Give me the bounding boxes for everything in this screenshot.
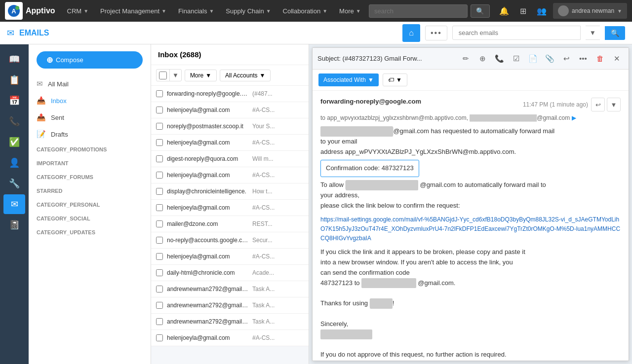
delete-icon[interactable]: 🗑 — [593, 52, 607, 66]
nav-all-mail[interactable]: ✉ All Mail — [29, 75, 151, 92]
icon-phone[interactable]: 📞 — [3, 111, 25, 131]
select-all-dropdown[interactable]: ▼ — [156, 69, 182, 81]
associated-with-button[interactable]: Associated With ▼ — [318, 73, 379, 86]
global-search-input[interactable] — [369, 4, 468, 18]
logo: A Apptivo — [5, 2, 55, 20]
email-checkbox[interactable] — [156, 302, 163, 309]
email-row[interactable]: andrewnewman2792@gmail.cor Task A... — [151, 297, 309, 314]
icon-person[interactable]: 👤 — [3, 153, 25, 173]
drafts-icon: 📝 — [37, 130, 46, 139]
notifications-icon[interactable]: 🔔 — [497, 3, 512, 18]
select-dropdown-arrow[interactable]: ▼ — [169, 70, 181, 81]
nav-supply-chain[interactable]: Supply Chain ▼ — [221, 4, 276, 18]
icon-list[interactable]: 📋 — [3, 70, 25, 90]
global-search-button[interactable]: 🔍 — [471, 4, 490, 18]
email-row[interactable]: display@chronicleintelligence. How t... — [151, 183, 309, 200]
email-row[interactable]: forwarding-noreply@google.com (#487... — [151, 86, 309, 102]
email-checkbox[interactable] — [156, 253, 163, 260]
email-search-input[interactable] — [452, 26, 581, 40]
category-starred[interactable]: STARRED — [29, 184, 151, 198]
search-dropdown-button[interactable]: ▼ — [586, 26, 600, 40]
email-detail-panel: Subject: (#487327123) Gmail Forw... ✏ ⊕ … — [312, 47, 629, 361]
email-checkbox[interactable] — [156, 172, 163, 179]
category-updates[interactable]: CATEGORY_UPDATES — [29, 225, 151, 239]
expand-recipients[interactable]: ▶ — [572, 114, 576, 121]
tag-button[interactable]: 🏷 ▼ — [383, 73, 407, 86]
nav-collaboration[interactable]: Collaboration ▼ — [278, 4, 333, 18]
confirm-link[interactable]: https://mail-settings.google.com/mail/vf… — [320, 215, 621, 244]
email-checkbox[interactable] — [156, 188, 163, 195]
email-checkbox[interactable] — [156, 139, 163, 146]
contacts-icon[interactable]: 👥 — [534, 3, 549, 18]
nav-more[interactable]: More ▼ — [334, 4, 366, 18]
icon-calendar[interactable]: 📅 — [3, 91, 25, 110]
email-checkbox[interactable] — [156, 123, 163, 130]
email-row[interactable]: helenjoeyla@gmail.com #A-CS... — [151, 249, 309, 265]
nav-project-management[interactable]: Project Management ▼ — [95, 4, 171, 18]
nav-crm[interactable]: CRM ▼ — [62, 4, 94, 18]
svg-point-2 — [15, 6, 19, 10]
icon-notes[interactable]: 📓 — [3, 215, 25, 235]
email-checkbox[interactable] — [156, 107, 163, 113]
compose-button[interactable]: ⊕ Compose — [37, 51, 143, 69]
task-icon[interactable]: ☑ — [509, 52, 523, 66]
email-checkbox[interactable] — [156, 286, 163, 292]
copy-icon[interactable]: ⊕ — [475, 52, 489, 66]
edit-icon[interactable]: ✏ — [459, 52, 473, 66]
email-row[interactable]: digest-noreply@quora.com Will m... — [151, 151, 309, 167]
email-checkbox[interactable] — [156, 155, 163, 162]
email-row[interactable]: helenjoeyla@gmail.com #A-CS... — [151, 102, 309, 118]
category-important[interactable]: IMPORTANT — [29, 156, 151, 170]
email-row[interactable]: daily-html@chronicle.com Acade... — [151, 265, 309, 281]
nav-drafts[interactable]: 📝 Drafts — [29, 126, 151, 143]
nav-inbox[interactable]: 📥 Inbox — [29, 92, 151, 109]
more-detail-icon[interactable]: ••• — [576, 52, 590, 66]
email-checkbox[interactable] — [156, 318, 163, 325]
reply-button[interactable]: ↩ — [591, 98, 605, 111]
nav-financials[interactable]: Financials ▼ — [173, 4, 219, 18]
icon-tools[interactable]: 🔧 — [3, 174, 25, 193]
icon-email-active[interactable]: ✉ — [3, 194, 25, 214]
email-checkbox[interactable] — [156, 204, 163, 211]
more-options-button[interactable]: ••• — [425, 26, 447, 40]
from-name: forwarding-noreply@google.com — [320, 98, 421, 105]
email-row[interactable]: helenjoeyla@gmail.com #A-CS... — [151, 330, 309, 346]
category-forums[interactable]: CATEGORY_FORUMS — [29, 170, 151, 184]
email-row[interactable]: helenjoeyla@gmail.com #A-CS... — [151, 200, 309, 216]
more-button[interactable]: More ▼ — [185, 70, 217, 81]
email-checkbox[interactable] — [156, 334, 163, 341]
icon-check[interactable]: ✅ — [3, 132, 25, 152]
email-checkbox[interactable] — [156, 237, 163, 244]
home-button[interactable]: ⌂ — [402, 24, 420, 42]
email-checkbox[interactable] — [156, 90, 163, 97]
email-row[interactable]: andrewnewman2792@gmail.cor Task A... — [151, 314, 309, 330]
close-icon[interactable]: ✕ — [610, 52, 624, 66]
attachment-icon[interactable]: 📎 — [543, 52, 556, 66]
nav-sent[interactable]: 📤 Sent — [29, 109, 151, 126]
email-row[interactable]: noreply@postmaster.scoop.it Your S... — [151, 118, 309, 135]
all-accounts-button[interactable]: All Accounts ▼ — [220, 70, 271, 81]
email-row[interactable]: helenjoeyla@gmail.com #A-CS... — [151, 135, 309, 151]
phone-icon[interactable]: 📞 — [492, 52, 506, 66]
confirmation-code-box: Confirmation code: 487327123 — [320, 160, 419, 177]
email-checkbox[interactable] — [156, 269, 163, 276]
select-all-checkbox[interactable] — [159, 72, 167, 79]
category-personal[interactable]: CATEGORY_PERSONAL — [29, 198, 151, 212]
blurred-sig: ██████ █████ — [320, 329, 372, 340]
email-row[interactable]: no-reply@accounts.google.con Secur... — [151, 232, 309, 249]
reply-more-button[interactable]: ▼ — [607, 98, 621, 111]
user-menu[interactable]: andrea newman ▼ — [553, 3, 627, 19]
forward-icon[interactable]: ↩ — [559, 52, 573, 66]
email-checkbox[interactable] — [156, 220, 163, 227]
category-promotions[interactable]: CATEGORY_PROMOTIONS — [29, 143, 151, 156]
icon-mail[interactable]: 📖 — [3, 49, 25, 69]
email-search-button[interactable]: 🔍 — [605, 26, 625, 40]
apps-icon[interactable]: ⊞ — [515, 3, 530, 18]
email-row[interactable]: helenjoeyla@gmail.com #A-CS... — [151, 167, 309, 183]
email-row[interactable]: andrewnewman2792@gmail.cor Task A... — [151, 281, 309, 297]
category-social[interactable]: CATEGORY_SOCIAL — [29, 212, 151, 225]
email-detail-toolbar: Associated With ▼ 🏷 ▼ — [313, 70, 629, 91]
note-icon[interactable]: 📄 — [526, 52, 540, 66]
blurred-email: ████████████████ — [470, 114, 537, 121]
email-row[interactable]: mailer@dzone.com REST... — [151, 216, 309, 232]
